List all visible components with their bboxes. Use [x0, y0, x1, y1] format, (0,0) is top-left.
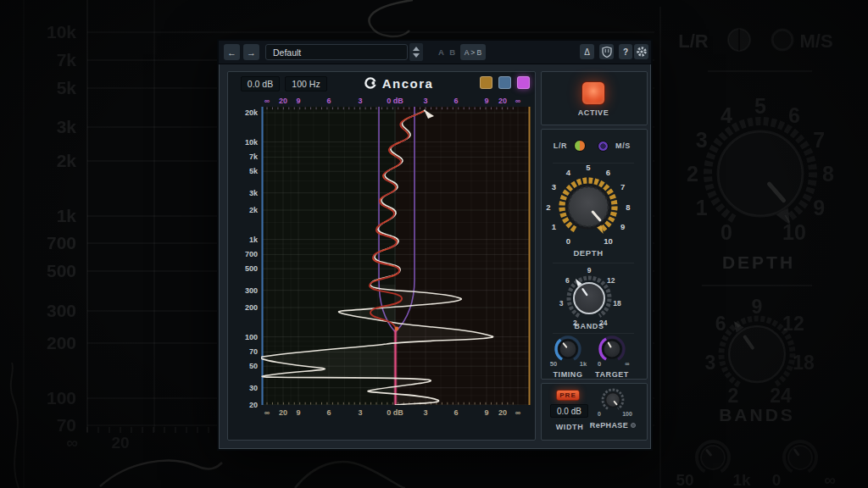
depth-knob-tick-label: 10 [604, 236, 613, 246]
target-label: TARGET [587, 370, 637, 379]
target-knob[interactable] [593, 330, 632, 369]
ms-label: M/S [613, 141, 633, 150]
db-axis-label-bottom: 6 [442, 408, 470, 417]
delta-button[interactable]: Δ [580, 44, 594, 59]
help-icon: ? [623, 47, 628, 57]
active-label: ACTIVE [551, 108, 636, 117]
timing-label: TIMING [542, 370, 593, 379]
freq-axis-label: 20k [232, 108, 258, 117]
depth-knob-tick-label: 7 [620, 182, 625, 191]
depth-knob-tick-label: 2 [546, 202, 550, 212]
db-axis-label-top: ∞ [504, 97, 532, 105]
forward-icon: → [247, 47, 256, 58]
freq-value: 100 Hz [292, 79, 320, 89]
swatch-gold[interactable] [480, 76, 492, 89]
preset-forward-button[interactable]: → [243, 44, 259, 60]
gain-value: 0.0 dB [248, 79, 273, 89]
db-axis-label-bottom: 9 [284, 408, 313, 417]
curve-node [395, 327, 399, 331]
swatch-magenta[interactable] [517, 76, 530, 89]
depth-knob[interactable]: 012345678910 [537, 156, 639, 258]
rephase-knob[interactable] [597, 384, 629, 416]
screen: 10k7k5k3k2k1k70050030020010070∞20L/RM/SD… [0, 0, 868, 488]
preset-back-button[interactable]: ← [224, 44, 240, 60]
freq-axis-label: 7k [232, 152, 258, 161]
lr-mode-icon[interactable] [574, 140, 586, 152]
plugin-window: ← → Default A B A > B Δ ? [219, 41, 651, 449]
brand: Ancora [346, 76, 451, 90]
shield-icon [602, 47, 612, 58]
bands-knob[interactable]: 2369121824 [548, 258, 630, 339]
rephase-row: RePHASE [583, 421, 643, 430]
db-axis-label-bottom: 3 [346, 408, 375, 417]
freq-axis-label: 1k [232, 236, 258, 244]
shield-button[interactable] [599, 44, 614, 59]
toolbar: ← → Default A B A > B Δ ? [219, 41, 651, 64]
bands-knob-tick-label: 3 [559, 299, 564, 308]
preset-stepper[interactable] [409, 43, 423, 61]
freq-axis-label: 50 [232, 362, 258, 370]
db-axis-label-bottom: 6 [314, 408, 343, 417]
db-axis-label-bottom: ∞ [504, 408, 532, 417]
preset-name: Default [273, 47, 301, 58]
depth-knob-tick-label: 0 [566, 236, 570, 246]
lr-label: L/R [551, 141, 570, 150]
ms-mode-icon[interactable] [598, 141, 609, 152]
freq-axis-label: 5k [232, 167, 258, 175]
freq-axis-label: 2k [232, 206, 258, 214]
timing-knob[interactable] [548, 330, 587, 369]
swatch-blue[interactable] [498, 76, 511, 89]
freq-axis-label: 20 [232, 401, 258, 409]
active-button[interactable] [581, 81, 605, 105]
gear-icon [636, 46, 648, 58]
back-icon: ← [227, 47, 236, 58]
settings-button[interactable] [634, 44, 648, 59]
depth-knob-tick-label: 5 [586, 163, 591, 172]
width-value-box[interactable]: 0.0 dB [550, 404, 588, 418]
db-axis-label-bottom: 0 dB [381, 408, 409, 417]
rephase-led[interactable] [631, 423, 636, 428]
ab-toggle[interactable]: A B [437, 47, 459, 57]
app-title: Ancora [382, 76, 434, 91]
bands-knob-tick-label: 9 [587, 266, 592, 274]
delta-icon: Δ [584, 47, 590, 57]
freq-axis-label: 100 [232, 333, 258, 341]
preset-selector[interactable]: Default [265, 44, 408, 60]
bands-knob-tick-label: 24 [599, 319, 608, 327]
response-graph[interactable] [261, 107, 531, 405]
rephase-label: RePHASE [590, 421, 628, 430]
db-axis-label-top: 0 dB [381, 97, 409, 105]
freq-axis-label: 30 [232, 384, 258, 392]
freq-axis-label: 70 [232, 347, 258, 356]
width-value: 0.0 dB [557, 407, 581, 416]
db-axis-label-bottom: 3 [411, 408, 440, 417]
depth-knob-tick-label: 8 [626, 202, 630, 212]
freq-axis-label: 3k [232, 189, 258, 197]
freq-axis-label: 300 [232, 286, 258, 295]
freq-axis-label: 500 [232, 264, 258, 273]
db-axis-label-top: 6 [442, 97, 470, 105]
db-axis-label-top: 3 [346, 97, 375, 105]
db-axis-label-top: 3 [411, 97, 440, 105]
freq-axis-label: 700 [232, 250, 258, 258]
depth-knob-tick-label: 1 [552, 222, 557, 231]
help-button[interactable]: ? [619, 44, 632, 59]
freq-value-box[interactable]: 100 Hz [285, 76, 327, 92]
depth-knob-tick-label: 3 [552, 182, 556, 191]
stepper-up-icon[interactable] [413, 47, 420, 51]
bands-knob-tick-label: 18 [613, 299, 621, 308]
ancora-logo-icon [364, 76, 377, 90]
db-axis-label-top: 9 [284, 97, 313, 105]
bands-knob-tick-label: 6 [565, 276, 570, 285]
bands-knob-tick-label: 2 [573, 319, 577, 327]
ab-copy-button[interactable]: A > B [460, 44, 486, 60]
pre-button[interactable]: PRE [556, 390, 580, 401]
freq-axis-label: 10k [232, 138, 258, 147]
db-axis-label-top: 6 [314, 97, 343, 105]
freq-axis-label: 200 [232, 303, 258, 312]
depth-knob-tick-label: 6 [606, 168, 610, 177]
depth-knob-tick-label: 4 [566, 168, 571, 177]
stepper-down-icon[interactable] [413, 53, 420, 58]
gain-value-box[interactable]: 0.0 dB [241, 76, 280, 92]
bands-knob-tick-label: 12 [607, 276, 615, 285]
